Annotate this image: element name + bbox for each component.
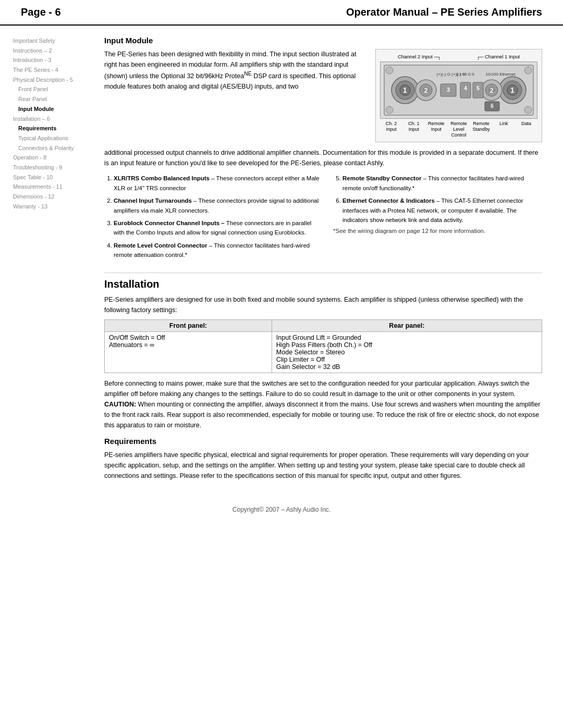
header: Page - 6 Operator Manual – PE Series Amp…	[0, 0, 563, 26]
col-rear-panel-header: Rear panel:	[272, 319, 542, 331]
page-container: Page - 6 Operator Manual – PE Series Amp…	[0, 0, 563, 728]
lbl-ch2-input: Ch. 2Input	[381, 121, 402, 138]
toc-measurements: Measurements - 11	[13, 182, 91, 192]
toc-dimensions: Dimensions - 12	[13, 192, 91, 202]
svg-text:5: 5	[476, 85, 480, 91]
diagram-labels-bottom: Ch. 2Input Ch. 1Input RemoteInput Remote…	[380, 121, 537, 138]
toc-connectors: Connectors & Polarity	[13, 143, 91, 153]
lbl-ch1-input: Ch. 1Input	[403, 121, 424, 138]
toc-warranty: Warranty - 13	[13, 202, 91, 212]
ch1-label: ┌─ Channel 1 Input	[476, 54, 520, 59]
main-content: Input Module The PE-Series has been desi…	[96, 31, 553, 490]
front-setting-2: Attenuators = ∞	[109, 341, 154, 349]
input-diagram: Channel 2 Input ─┐ ┌─ Channel 1 Input	[375, 49, 542, 142]
installation-section: Installation PE-Series amplifiers are de…	[104, 273, 542, 430]
toc-intro: Introduction - 3	[13, 55, 91, 65]
svg-text:10/100 Ethernet: 10/100 Ethernet	[486, 72, 516, 77]
main-layout: Important SafetyInstructions – 2 Introdu…	[0, 31, 563, 490]
toc-safety: Important SafetyInstructions – 2	[13, 36, 91, 55]
installation-title: Installation	[104, 273, 542, 290]
svg-text:3: 3	[447, 87, 450, 93]
svg-text:1: 1	[510, 86, 515, 94]
factory-settings-table: Front panel: Rear panel: On/Off Switch =…	[104, 319, 542, 373]
footer: Copyright© 2007 – Ashly Audio Inc.	[0, 498, 563, 519]
svg-text:6: 6	[491, 103, 494, 109]
connector-list: XLR/TRS Combo Balanced Inputs – These co…	[104, 174, 542, 263]
connector-item-6: Ethernet Connector & Indicators – This C…	[342, 196, 542, 225]
toc-pe-series: The PE Series - 4	[13, 65, 91, 75]
rear-setting-5: Gain Selector = 32 dB	[276, 363, 340, 371]
requirements-text: PE-series amplifiers have specific physi…	[104, 450, 542, 481]
col-front-panel-data: On/Off Switch = Off Attenuators = ∞	[105, 331, 272, 373]
input-module-intro-text: The PE-Series has been designed with fle…	[104, 49, 368, 92]
copyright-text: Copyright© 2007 – Ashly Audio Inc.	[232, 506, 331, 513]
ch2-label: Channel 2 Input ─┐	[398, 54, 441, 59]
rear-setting-3: Mode Selector = Stereo	[276, 349, 345, 356]
lbl-link: Link	[493, 121, 514, 138]
svg-text:2: 2	[424, 87, 427, 94]
page-number: Page - 6	[21, 6, 61, 18]
input-module-intro: The PE-Series has been designed with fle…	[104, 49, 368, 142]
caution-label: CAUTION:	[104, 401, 136, 408]
connector-list-col2-wrap: Remote Standby Connector – This connecto…	[333, 174, 542, 263]
toc-spec-table: Spec Table - 10	[13, 172, 91, 182]
caution-paragraph: Before connecting to mains power, make s…	[104, 378, 542, 430]
connector-item-5: Remote Standby Connector – This connecto…	[342, 174, 542, 193]
col-rear-panel-data: Input Ground Lift = Grounded High Pass F…	[272, 331, 542, 373]
connector-item-3: Euroblock Connector Channel Inputs – The…	[114, 218, 323, 238]
svg-point-4	[524, 106, 532, 114]
toc-input-module: Input Module	[13, 104, 91, 114]
document-title: Operator Manual – PE Series Amplifiers	[346, 6, 542, 18]
wiring-footnote: *See the wiring diagram on page 12 for m…	[333, 228, 542, 234]
svg-point-1	[386, 67, 393, 74]
svg-text:1: 1	[403, 86, 407, 94]
table-data-row: On/Off Switch = Off Attenuators = ∞ Inpu…	[105, 331, 542, 373]
input-module-full-text: additional processed output channels to …	[104, 147, 542, 168]
lbl-remote-level: RemoteLevel Control	[448, 121, 469, 138]
front-setting-1: On/Off Switch = Off	[109, 334, 165, 341]
toc-troubleshooting: Troubleshooting - 9	[13, 163, 91, 172]
toc-front-panel: Front Panel	[13, 84, 91, 94]
table-header-row: Front panel: Rear panel:	[105, 319, 542, 331]
installation-intro: PE-Series amplifiers are designed for us…	[104, 294, 542, 315]
col-front-panel-header: Front panel:	[105, 319, 272, 331]
requirements-section: Requirements PE-series amplifiers have s…	[104, 437, 542, 481]
toc-rear-panel: Rear Panel	[13, 94, 91, 104]
input-module-section: Input Module The PE-Series has been desi…	[104, 36, 542, 263]
svg-text:4: 4	[464, 85, 467, 91]
toc-typical-apps: Typical Applications	[13, 133, 91, 143]
rear-setting-2: High Pass Filters (both Ch.) = Off	[276, 341, 372, 349]
sidebar-toc: Important SafetyInstructions – 2 Introdu…	[10, 31, 96, 490]
toc-installation: Installation – 6	[13, 114, 91, 124]
input-module-layout: The PE-Series has been designed with fle…	[104, 49, 542, 142]
diagram-inner: 1 1 2	[380, 61, 537, 119]
rear-setting-4: Clip Limiter = Off	[276, 356, 325, 363]
svg-point-3	[386, 106, 393, 114]
requirements-title: Requirements	[104, 437, 542, 446]
connector-svg: 1 1 2	[383, 64, 535, 116]
toc-requirements: Requirements	[13, 124, 91, 133]
svg-point-2	[524, 67, 532, 74]
toc-operation: Operation - 8	[13, 153, 91, 163]
connector-list-col2: Remote Standby Connector – This connecto…	[333, 174, 542, 225]
connector-item-1: XLR/TRS Combo Balanced Inputs – These co…	[114, 174, 323, 193]
connector-list-col1: XLR/TRS Combo Balanced Inputs – These co…	[104, 174, 323, 263]
svg-text:2: 2	[489, 87, 493, 94]
toc-physical: Physical Description - 5	[13, 75, 91, 85]
lbl-data: Data	[516, 121, 536, 138]
input-module-title: Input Module	[104, 36, 542, 45]
connector-item-2: Channel Input Turnarounds – These connec…	[114, 196, 323, 215]
rear-setting-1: Input Ground Lift = Grounded	[276, 334, 361, 341]
lbl-remote-standby: RemoteStandby	[471, 121, 492, 138]
diagram-labels-top: Channel 2 Input ─┐ ┌─ Channel 1 Input	[380, 54, 537, 59]
connector-item-4: Remote Level Control Connector – This co…	[114, 241, 323, 260]
svg-text:2 1 +5 G G: 2 1 +5 G G	[457, 72, 474, 76]
lbl-remote-input: RemoteInput	[426, 121, 447, 138]
